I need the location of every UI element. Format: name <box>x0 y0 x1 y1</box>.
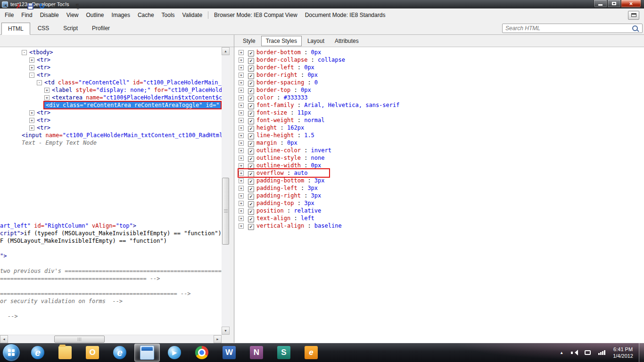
style-row[interactable]: +✓border-spacing : 0 <box>239 79 644 86</box>
tree-row[interactable]: "> <box>0 252 222 260</box>
style-row[interactable]: +✓text-align : left <box>239 214 644 222</box>
scroll-up-button[interactable]: ▲ <box>222 47 230 55</box>
taskbar-item-outlook[interactable] <box>80 344 105 362</box>
tree-row[interactable]: -<tr> <box>0 71 222 79</box>
tab-profiler[interactable]: Profiler <box>85 22 116 34</box>
style-row[interactable]: +✓font-size : 11px <box>239 109 644 116</box>
tree-row[interactable]: ========================================… <box>0 290 222 297</box>
taskbar-item-developer-tools[interactable] <box>134 344 160 362</box>
menu-item-tools[interactable]: Tools <box>158 10 179 20</box>
style-row[interactable]: +✓color : #333333 <box>239 94 644 101</box>
close-button[interactable]: × <box>621 0 641 8</box>
tab-trace-styles[interactable]: Trace Styles <box>261 36 302 46</box>
style-expander-icon[interactable]: + <box>239 118 244 123</box>
show-desktop-button[interactable] <box>639 343 644 362</box>
tree-expander-icon[interactable]: + <box>29 118 34 123</box>
style-row[interactable]: +✓overflow : auto <box>239 169 644 177</box>
style-row[interactable]: +✓border-right : 0px <box>239 71 644 79</box>
search-icon[interactable] <box>632 25 638 31</box>
tree-row[interactable]: or security validation on forms --> <box>0 297 222 305</box>
style-row[interactable]: +✓outline-style : none <box>239 154 644 162</box>
taskbar-item-internet-explorer[interactable] <box>25 344 50 362</box>
style-expander-icon[interactable]: + <box>239 171 244 176</box>
tab-css[interactable]: CSS <box>31 22 56 34</box>
style-expander-icon[interactable]: + <box>239 103 244 108</box>
view-source-icon[interactable]: ≡ <box>48 1 59 11</box>
style-row[interactable]: +✓padding-right : 3px <box>239 192 644 199</box>
taskbar-item-internet-explorer-2[interactable] <box>107 344 132 362</box>
tree-expander-icon[interactable]: - <box>22 50 27 55</box>
style-row[interactable]: +✓position : relative <box>239 207 644 214</box>
style-row[interactable]: +✓padding-top : 3px <box>239 199 644 207</box>
style-expander-icon[interactable]: + <box>239 163 244 168</box>
tab-script[interactable]: Script <box>57 22 84 34</box>
style-expander-icon[interactable]: + <box>239 65 244 70</box>
style-row[interactable]: +✓border-left : 0px <box>239 64 644 71</box>
style-expander-icon[interactable]: + <box>239 80 244 85</box>
style-expander-icon[interactable]: + <box>239 148 244 153</box>
taskbar-item-media-player[interactable] <box>162 344 187 362</box>
style-expander-icon[interactable]: + <box>239 125 244 131</box>
word-wrap-icon[interactable]: ¶ <box>72 1 83 11</box>
tree-row[interactable]: -<tbody> <box>0 49 222 56</box>
tree-row[interactable]: --> <box>0 313 222 320</box>
style-row[interactable]: +✓font-weight : normal <box>239 116 644 124</box>
style-expander-icon[interactable]: + <box>239 208 244 214</box>
tree-row[interactable]: two previous div's =====================… <box>0 267 222 275</box>
taskbar-item-word[interactable] <box>216 344 242 362</box>
minimize-button[interactable] <box>594 0 607 8</box>
tree-row[interactable]: +<label style="display: none;" for="ct10… <box>0 86 222 94</box>
style-row[interactable]: +✓line-height : 1.5 <box>239 132 644 139</box>
tree-expander-icon[interactable]: - <box>29 73 34 78</box>
tab-html[interactable]: HTML <box>1 23 30 35</box>
tree-row[interactable]: <input name="ct100_PlaceHolderMain_txtCo… <box>0 132 222 139</box>
style-expander-icon[interactable]: + <box>239 201 244 206</box>
taskbar-item-expression-web[interactable] <box>298 344 324 362</box>
refresh-icon[interactable]: ↻ <box>36 1 48 11</box>
scroll-right-button[interactable]: ► <box>214 335 222 343</box>
display-icon[interactable] <box>585 350 591 355</box>
style-row[interactable]: +✓border-top : 0px <box>239 86 644 94</box>
style-expander-icon[interactable]: + <box>239 186 244 191</box>
tab-attributes[interactable]: Attributes <box>330 36 363 46</box>
tree-row[interactable]: ========================================… <box>0 275 222 282</box>
tree-row[interactable]: <div class="reContentArea reContentAreaT… <box>0 101 222 109</box>
horizontal-scrollbar[interactable]: ◄ ► <box>0 335 222 343</box>
tree-row[interactable]: +<textarea name="ct100$PlaceHolderMain$t… <box>0 94 222 101</box>
style-expander-icon[interactable]: + <box>239 178 244 183</box>
taskbar-item-chrome[interactable] <box>189 344 215 362</box>
menu-item-validate[interactable]: Validate <box>179 10 206 20</box>
style-row[interactable]: +✓outline-color : invert <box>239 147 644 154</box>
tree-expander-icon[interactable]: + <box>29 110 34 115</box>
menu-item-images[interactable]: Images <box>108 10 134 20</box>
tree-expander-icon[interactable]: + <box>29 65 34 70</box>
select-element-by-click-icon[interactable]: ↖ <box>1 1 12 11</box>
taskbar-clock[interactable]: 6:41 PM 1/4/2012 <box>610 346 639 359</box>
style-expander-icon[interactable]: + <box>239 88 244 93</box>
tree-row[interactable]: +<tr> <box>0 124 222 132</box>
vertical-scroll-thumb[interactable] <box>222 178 229 245</box>
search-box[interactable] <box>502 24 643 33</box>
style-row[interactable]: +✓margin : 0px <box>239 139 644 147</box>
tree-expander-icon[interactable]: + <box>44 88 50 93</box>
style-expander-icon[interactable]: + <box>239 216 244 221</box>
tree-row[interactable]: +<tr> <box>0 56 222 64</box>
edit-icon[interactable]: ✎ <box>60 1 71 11</box>
network-icon[interactable] <box>598 350 606 355</box>
hidden-icons-chevron[interactable]: ▲ <box>555 351 568 355</box>
style-expander-icon[interactable]: + <box>239 50 244 55</box>
menu-item-cache[interactable]: Cache <box>134 10 158 20</box>
taskbar-item-onenote[interactable] <box>244 344 269 362</box>
style-row[interactable]: +✓border-bottom : 0px <box>239 49 644 56</box>
pane-splitter[interactable] <box>230 47 234 343</box>
scroll-left-button[interactable]: ◄ <box>0 335 8 343</box>
maximize-button[interactable] <box>607 0 621 8</box>
style-row[interactable]: +✓border-collapse : collapse <box>239 56 644 64</box>
volume-icon[interactable] <box>571 350 578 356</box>
search-input[interactable] <box>503 25 632 32</box>
tree-row[interactable]: +<tr> <box>0 116 222 124</box>
tree-row[interactable]: art_left" id="RightColumn" vAlign="top"> <box>0 222 222 230</box>
tree-row[interactable]: cript">if (typeof (MSOLayout_MakeInvisib… <box>0 230 222 237</box>
scroll-down-button[interactable]: ▼ <box>222 327 230 335</box>
tab-layout[interactable]: Layout <box>303 36 329 46</box>
